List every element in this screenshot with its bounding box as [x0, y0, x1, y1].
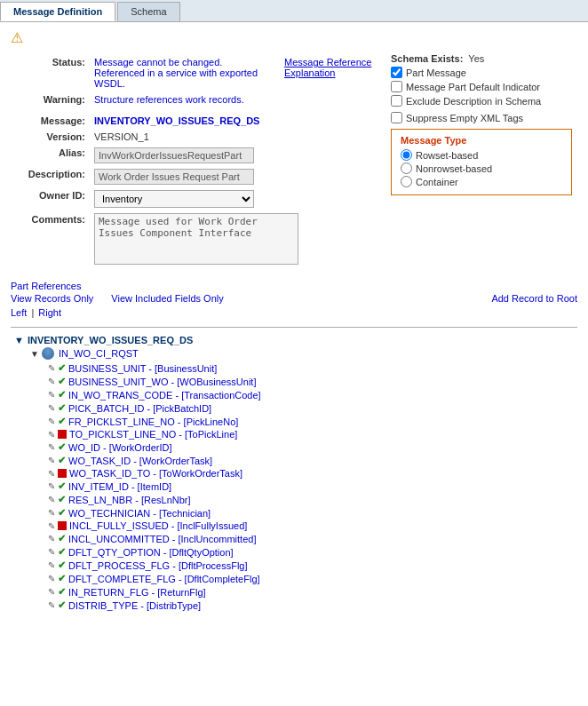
comments-textarea[interactable]: Message used for Work Order Issues Compo…: [94, 213, 298, 265]
check-icon: ✔: [58, 546, 66, 558]
divider: [11, 327, 577, 328]
alias-input[interactable]: [94, 147, 254, 163]
tree-node-item[interactable]: ✎✔DFLT_PROCESS_FLG - [DfltProcessFlg]: [48, 559, 577, 572]
tree-node-item[interactable]: ✎✔WO_TASK_ID - [WorkOrderTask]: [48, 454, 577, 467]
radio-rowset[interactable]: [401, 149, 412, 161]
tree-collapse-icon[interactable]: ▼: [14, 335, 24, 345]
node-text: WO_ID - [WorkOrderID]: [68, 442, 172, 453]
description-label: Description:: [18, 167, 89, 186]
tree-node-item[interactable]: ✎✔INCL_UNCOMMITTED - [InclUncommitted]: [48, 532, 577, 545]
comments-label: Comments:: [18, 211, 89, 268]
status-text: Message cannot be changed. Referenced in…: [94, 57, 258, 89]
description-input[interactable]: [94, 169, 254, 185]
edit-icon: ✎: [48, 481, 55, 491]
message-value: INVENTORY_WO_ISSUES_REQ_DS: [94, 115, 259, 126]
check-icon: ✔: [58, 455, 66, 466]
node-text: DFLT_COMPLETE_FLG - [DfltCompleteFlg]: [68, 574, 260, 584]
node-text: INCL_FULLY_ISSUED - [InclFullyIssued]: [69, 520, 247, 531]
edit-icon: ✎: [48, 508, 55, 518]
red-square-icon: [58, 469, 67, 478]
part-references-link[interactable]: Part References: [11, 281, 81, 291]
message-reference-link[interactable]: Message Reference Explanation: [284, 57, 371, 78]
part-message-checkbox[interactable]: [391, 67, 402, 78]
node-text: WO_TASK_ID - [WorkOrderTask]: [68, 456, 212, 466]
edit-icon: ✎: [48, 456, 55, 465]
red-square-icon: [58, 521, 67, 530]
check-icon: ✔: [58, 599, 66, 611]
message-part-default-label: Message Part Default Indicator: [406, 82, 540, 92]
radio-container[interactable]: [401, 176, 412, 187]
tree-node-item[interactable]: ✎✔RES_LN_NBR - [ResLnNbr]: [48, 493, 577, 506]
view-records-link[interactable]: View Records Only: [11, 293, 93, 304]
owner-label: Owner ID:: [18, 188, 89, 210]
message-type-box: Message Type Rowset-based Nonrowset-base…: [391, 129, 572, 195]
separator: |: [31, 307, 34, 318]
tree-node-item[interactable]: ✎✔DFLT_COMPLETE_FLG - [DfltCompleteFlg]: [48, 572, 577, 585]
tab-schema[interactable]: Schema: [117, 2, 179, 21]
check-icon: ✔: [58, 416, 66, 427]
edit-icon: ✎: [48, 495, 55, 504]
node-text: PICK_BATCH_ID - [PickBatchID]: [68, 403, 211, 414]
check-icon: ✔: [58, 573, 66, 584]
add-record-link[interactable]: Add Record to Root: [491, 293, 577, 304]
node-text: RES_LN_NBR - [ResLnNbr]: [68, 495, 191, 505]
red-square-icon: [58, 430, 67, 439]
left-link[interactable]: Left: [11, 307, 27, 318]
right-link[interactable]: Right: [38, 307, 61, 318]
tree-node-item[interactable]: ✎✔WO_ID - [WorkOrderID]: [48, 440, 577, 454]
check-icon: ✔: [58, 441, 66, 453]
tree-node-item[interactable]: ✎✔PICK_BATCH_ID - [PickBatchID]: [48, 401, 577, 415]
warning-label: Warning:: [18, 92, 89, 107]
node-text: DISTRIB_TYPE - [DistribType]: [68, 600, 201, 611]
check-icon: ✔: [58, 494, 66, 505]
tree-root-label: INVENTORY_WO_ISSUES_REQ_DS: [28, 335, 193, 345]
check-icon: ✔: [58, 533, 66, 544]
db-icon: [42, 347, 54, 360]
tree-node-item[interactable]: ✎✔WO_TECHNICIAN - [Technician]: [48, 506, 577, 520]
tree-node-item[interactable]: ✎✔INV_ITEM_ID - [ItemID]: [48, 480, 577, 493]
check-icon: ✔: [58, 559, 66, 571]
edit-icon: ✎: [48, 416, 55, 426]
tree-node-item[interactable]: ✎TO_PICKLST_LINE_NO - [ToPickLine]: [48, 428, 577, 440]
check-icon: ✔: [58, 362, 66, 374]
tree-node-item[interactable]: ✎✔IN_RETURN_FLG - [ReturnFlg]: [48, 585, 577, 599]
tab-message-definition[interactable]: Message Definition: [0, 2, 115, 21]
tree-node-item[interactable]: ✎INCL_FULLY_ISSUED - [InclFullyIssued]: [48, 520, 577, 532]
check-icon: ✔: [58, 586, 66, 598]
edit-icon: ✎: [48, 469, 55, 479]
tree-section: ▼ INVENTORY_WO_ISSUES_REQ_DS ▼ IN_WO_CI_…: [11, 335, 577, 612]
node-text: INCL_UNCOMMITTED - [InclUncommitted]: [68, 534, 256, 544]
tree-node-item[interactable]: ✎✔BUSINESS_UNIT - [BusinessUnit]: [48, 361, 577, 375]
nonrowset-label: Nonrowset-based: [416, 163, 492, 174]
node-text: IN_RETURN_FLG - [ReturnFlg]: [68, 587, 206, 598]
main-form-area: Status: Message cannot be changed. Refer…: [11, 50, 577, 274]
tree-node-item[interactable]: ✎WO_TASK_ID_TO - [ToWorkOrderTask]: [48, 467, 577, 480]
tree-node-item[interactable]: ✎✔FR_PICKLST_LINE_NO - [PickLineNo]: [48, 415, 577, 428]
tree-node-item[interactable]: ✎✔DISTRIB_TYPE - [DistribType]: [48, 599, 577, 612]
rowset-label: Rowset-based: [416, 150, 478, 161]
edit-icon: ✎: [48, 600, 55, 610]
view-included-link[interactable]: View Included Fields Only: [111, 293, 223, 304]
owner-select[interactable]: Inventory: [94, 190, 254, 208]
check-icon: ✔: [58, 376, 66, 387]
node-text: BUSINESS_UNIT_WO - [WOBusinessUnit]: [68, 377, 257, 387]
tree-node-item[interactable]: ✎✔DFLT_QTY_OPTION - [DfltQtyOption]: [48, 545, 577, 559]
version-value: VERSION_1: [94, 131, 149, 142]
node-text: INV_ITEM_ID - [ItemID]: [68, 481, 171, 492]
tab-bar: Message Definition Schema: [0, 0, 588, 22]
tree-node-item[interactable]: ✎✔IN_WO_TRANS_CODE - [TransactionCode]: [48, 388, 577, 401]
version-label: Version:: [18, 130, 89, 144]
exclude-description-checkbox[interactable]: [391, 95, 402, 107]
message-part-default-checkbox[interactable]: [391, 81, 402, 92]
message-label: Message:: [18, 114, 89, 128]
edit-icon: ✎: [48, 547, 55, 557]
warning-icon: ⚠: [11, 29, 577, 46]
edit-icon: ✎: [48, 377, 55, 386]
radio-nonrowset[interactable]: [401, 163, 412, 174]
edit-icon: ✎: [48, 587, 55, 597]
child-collapse-icon[interactable]: ▼: [30, 349, 39, 359]
node-text: IN_WO_TRANS_CODE - [TransactionCode]: [68, 390, 261, 401]
tree-node-item[interactable]: ✎✔BUSINESS_UNIT_WO - [WOBusinessUnit]: [48, 375, 577, 388]
node-text: DFLT_PROCESS_FLG - [DfltProcessFlg]: [68, 560, 248, 571]
suppress-checkbox[interactable]: [391, 112, 402, 123]
